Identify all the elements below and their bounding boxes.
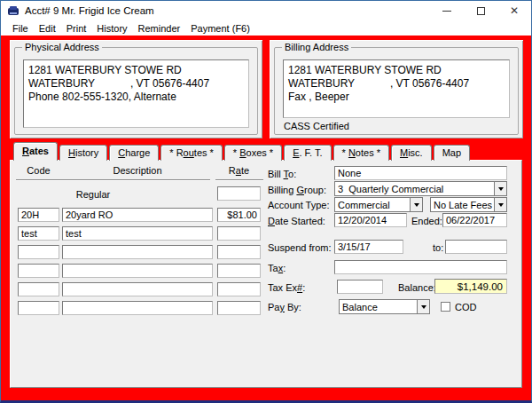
regular-row-label: Regular	[18, 189, 168, 200]
bill-to-label: Bill To:	[268, 169, 296, 179]
cod-label: COD	[455, 302, 476, 312]
tab-eft[interactable]: E. F. T.	[284, 145, 331, 161]
code-input-3[interactable]	[18, 245, 59, 259]
maximize-button[interactable]	[464, 1, 497, 20]
billing-group-dropdown-button[interactable]	[494, 182, 506, 195]
description-input-5[interactable]	[62, 282, 213, 296]
code-input-6[interactable]	[18, 301, 59, 315]
pay-by-dropdown-button[interactable]	[417, 300, 429, 313]
description-input-3[interactable]	[62, 245, 213, 259]
rate-column-header: Rate	[217, 165, 261, 176]
rate-input-1[interactable]	[217, 208, 261, 222]
tab-rates[interactable]: Rates	[13, 142, 58, 161]
description-input-6[interactable]	[62, 301, 213, 315]
rate-input-4[interactable]	[217, 264, 261, 278]
code-input-1[interactable]	[18, 208, 59, 222]
billing-address-line1: 1281 WATERBURY STOWE RD	[288, 64, 505, 77]
billing-group-label: Billing Group:	[268, 185, 326, 195]
physical-address-panel: Physical Address 1281 WATERBURY STOWE RD…	[10, 40, 262, 138]
description-input-1[interactable]	[62, 208, 213, 222]
app-window: Acct# 9 Mr. Frigid Ice Cream ✕ File Edit…	[0, 0, 532, 403]
tax-label: Tax:	[268, 263, 286, 273]
chevron-down-icon	[414, 203, 419, 207]
tab-map[interactable]: Map	[434, 145, 470, 161]
maximize-icon	[477, 7, 485, 15]
date-started-input[interactable]	[334, 213, 407, 227]
tax-input[interactable]	[334, 260, 507, 274]
suspend-from-input[interactable]	[334, 240, 403, 254]
rate-input-6[interactable]	[217, 301, 261, 315]
late-fees-dropdown-button[interactable]	[494, 198, 506, 211]
minimize-icon	[442, 11, 451, 12]
menu-payment[interactable]: Payment (F6)	[186, 22, 254, 35]
menu-history[interactable]: History	[92, 22, 131, 35]
main-body: Physical Address 1281 WATERBURY STOWE RD…	[1, 36, 531, 400]
tab-strip: Rates History Charge * Routes * * Boxes …	[13, 144, 472, 161]
billing-address-line2: WATERBURY , VT 05676-4407	[288, 77, 505, 91]
account-type-dropdown-button[interactable]	[410, 198, 422, 211]
billing-address-line3: Fax , Beeper	[288, 91, 505, 104]
billing-address-text[interactable]: 1281 WATERBURY STOWE RD WATERBURY , VT 0…	[283, 59, 510, 118]
app-icon	[7, 5, 20, 17]
rate-input-5[interactable]	[217, 282, 261, 296]
window-title: Acct# 9 Mr. Frigid Ice Cream	[25, 5, 430, 16]
close-button[interactable]: ✕	[497, 1, 531, 20]
ended-label: Ended:	[411, 216, 442, 226]
account-type-select[interactable]: Commercial	[334, 197, 423, 212]
menu-file[interactable]: File	[8, 22, 33, 35]
physical-address-text[interactable]: 1281 WATERBURY STOWE RD WATERBURY , VT 0…	[23, 59, 249, 128]
tax-exempt-input[interactable]	[337, 280, 383, 294]
physical-address-title: Physical Address	[22, 42, 102, 52]
pay-by-select[interactable]: Balance	[339, 299, 430, 314]
balance-value: $1,149.00	[434, 279, 507, 294]
chevron-down-icon	[498, 187, 504, 191]
billing-address-groupbox: Billing Address 1281 WATERBURY STOWE RD …	[274, 47, 519, 135]
billing-address-panel: Billing Address 1281 WATERBURY STOWE RD …	[270, 40, 523, 138]
code-input-2[interactable]	[18, 226, 59, 241]
cod-checkbox[interactable]	[441, 302, 450, 312]
header-separator	[16, 179, 210, 181]
bill-to-input[interactable]	[334, 166, 507, 180]
chevron-down-icon	[498, 203, 504, 207]
header-separator-rate	[215, 179, 263, 181]
ended-input[interactable]	[442, 213, 507, 227]
description-input-2[interactable]	[62, 226, 213, 241]
billing-address-title: Billing Address	[282, 42, 351, 52]
tab-history[interactable]: History	[59, 145, 107, 161]
rate-input-2[interactable]	[217, 226, 261, 241]
suspend-from-label: Suspend from:	[268, 242, 332, 253]
tab-notes[interactable]: * Notes *	[333, 145, 389, 161]
pay-by-value: Balance	[340, 302, 417, 312]
tax-exempt-label: Tax Ex#:	[268, 282, 305, 293]
menu-bar: File Edit Print History Reminder Payment…	[1, 20, 531, 36]
physical-address-groupbox: Physical Address 1281 WATERBURY STOWE RD…	[14, 47, 258, 135]
tab-boxes[interactable]: * Boxes *	[224, 145, 282, 161]
cass-certified-label: CASS Certified	[284, 121, 349, 131]
balance-label: Balance:	[398, 282, 436, 293]
billing-group-value: 3 Quarterly Commercial	[335, 184, 494, 194]
tab-routes[interactable]: * Routes *	[160, 145, 223, 161]
suspend-to-label: to:	[433, 242, 443, 253]
code-input-5[interactable]	[18, 282, 59, 296]
minimize-button[interactable]	[430, 1, 464, 20]
rate-input-3[interactable]	[217, 245, 261, 259]
menu-print[interactable]: Print	[62, 22, 91, 35]
late-fees-select[interactable]: No Late Fees	[430, 197, 507, 212]
tab-misc[interactable]: Misc.	[391, 145, 432, 161]
description-input-4[interactable]	[62, 264, 213, 278]
code-column-header: Code	[18, 165, 59, 176]
rates-tab-page: Code Description Rate Regular	[10, 160, 522, 388]
suspend-to-input[interactable]	[445, 240, 507, 254]
menu-reminder[interactable]: Reminder	[134, 22, 185, 35]
title-bar[interactable]: Acct# 9 Mr. Frigid Ice Cream ✕	[1, 1, 531, 20]
regular-rate-input[interactable]	[217, 186, 261, 201]
tab-charge[interactable]: Charge	[109, 145, 159, 161]
account-type-value: Commercial	[335, 200, 410, 210]
pay-by-label: Pay By:	[268, 302, 301, 312]
account-type-label: Account Type:	[268, 200, 330, 210]
menu-edit[interactable]: Edit	[35, 22, 60, 35]
close-icon: ✕	[510, 4, 519, 17]
billing-group-select[interactable]: 3 Quarterly Commercial	[334, 181, 507, 196]
code-input-4[interactable]	[18, 264, 59, 278]
physical-address-line1: 1281 WATERBURY STOWE RD	[28, 64, 244, 77]
